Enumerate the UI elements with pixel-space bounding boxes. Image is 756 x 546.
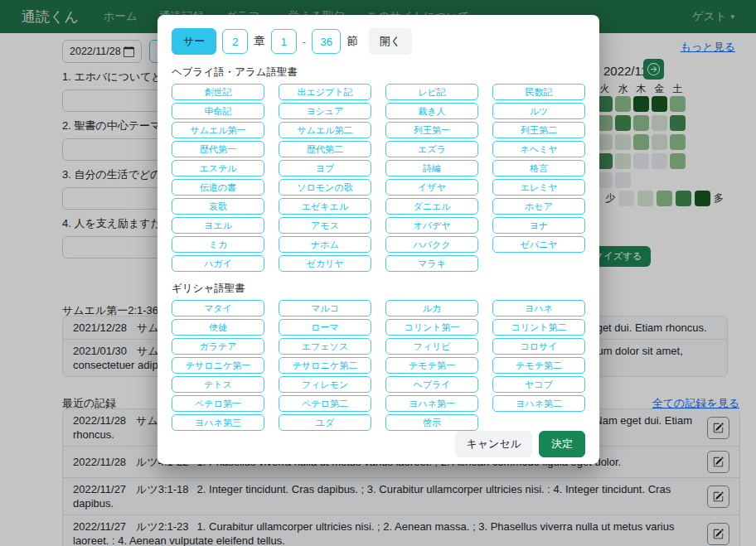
verse-unit-label: 節 <box>346 34 358 49</box>
book-button[interactable]: マルコ <box>279 300 371 316</box>
book-picker-modal: サー 章 - 節 開く ヘブライ語・アラム語聖書 創世記出エジプト記レビ記民数記… <box>158 15 599 464</box>
book-button[interactable]: エズラ <box>385 141 478 157</box>
book-button[interactable]: アモス <box>279 217 371 234</box>
book-button[interactable]: ヤコブ <box>492 376 585 393</box>
verse-from-input[interactable] <box>271 29 297 54</box>
book-button[interactable]: イザヤ <box>385 179 478 196</box>
book-button[interactable]: 格言 <box>492 160 585 176</box>
book-button[interactable]: 歴代第一 <box>172 141 264 157</box>
book-button[interactable]: 哀歌 <box>172 198 264 215</box>
book-button[interactable]: ホセア <box>492 198 585 215</box>
book-button[interactable]: ヨハネ <box>492 300 585 316</box>
book-button[interactable]: マラキ <box>385 255 478 272</box>
hebrew-section-title: ヘブライ語・アラム語聖書 <box>172 65 585 80</box>
range-dash: - <box>303 36 306 48</box>
book-button[interactable]: フィレモン <box>279 376 371 393</box>
book-button[interactable]: ガラテア <box>172 338 264 355</box>
book-button[interactable]: ヨナ <box>492 217 585 234</box>
book-button[interactable]: ヨブ <box>279 160 371 176</box>
book-button[interactable]: ハガイ <box>172 255 264 272</box>
book-button[interactable]: テモテ第二 <box>492 357 585 374</box>
book-button[interactable]: ヨシュア <box>279 103 371 119</box>
book-button[interactable]: ゼパニヤ <box>492 236 585 253</box>
confirm-button[interactable]: 決定 <box>539 431 585 457</box>
book-button[interactable]: ナホム <box>279 236 371 253</box>
book-button[interactable]: エフェソス <box>279 338 371 355</box>
book-button[interactable]: レビ記 <box>385 84 478 100</box>
book-button[interactable]: 伝道の書 <box>172 179 264 196</box>
book-button[interactable]: ペテロ第二 <box>279 395 371 412</box>
book-button[interactable]: テサロニケ第二 <box>279 357 371 374</box>
book-button[interactable]: エゼキエル <box>279 198 371 215</box>
selected-book-button[interactable]: サー <box>172 28 216 55</box>
modal-footer: キャンセル 決定 <box>172 431 585 457</box>
book-button[interactable]: ルカ <box>385 300 478 316</box>
book-button[interactable]: テサロニケ第一 <box>172 357 264 374</box>
book-button[interactable]: ヨエル <box>172 217 264 234</box>
book-button[interactable]: コリント第二 <box>492 319 585 336</box>
book-button[interactable]: ヨハネ第二 <box>492 395 585 412</box>
book-button[interactable]: 申命記 <box>172 103 264 119</box>
book-button[interactable]: サムエル第一 <box>172 122 264 138</box>
book-button[interactable]: 裁き人 <box>385 103 478 119</box>
book-button[interactable]: 出エジプト記 <box>279 84 371 100</box>
book-button[interactable]: ヘブライ <box>385 376 478 393</box>
book-button[interactable]: サムエル第二 <box>279 122 371 138</box>
book-button[interactable]: フィリピ <box>385 338 478 355</box>
book-button[interactable]: 創世記 <box>172 84 264 100</box>
book-button[interactable]: ゼカリヤ <box>279 255 371 272</box>
book-button[interactable]: ミカ <box>172 236 264 253</box>
book-button[interactable]: ソロモンの歌 <box>279 179 371 196</box>
book-button[interactable]: エレミヤ <box>492 179 585 196</box>
book-button[interactable]: 列王第二 <box>492 122 585 138</box>
book-button[interactable]: テトス <box>172 376 264 393</box>
book-button[interactable]: 歴代第二 <box>279 141 371 157</box>
book-button[interactable]: コロサイ <box>492 338 585 355</box>
book-button[interactable]: 列王第一 <box>385 122 478 138</box>
book-button[interactable]: テモテ第一 <box>385 357 478 374</box>
book-button[interactable]: ヨハネ第三 <box>172 414 264 431</box>
book-button[interactable]: ローマ <box>279 319 371 336</box>
book-button[interactable]: エステル <box>172 160 264 176</box>
book-button[interactable]: 啓示 <box>385 414 478 431</box>
book-button[interactable]: 民数記 <box>492 84 585 100</box>
cancel-button[interactable]: キャンセル <box>455 431 532 457</box>
book-button[interactable]: ハバクク <box>385 236 478 253</box>
open-button[interactable]: 開く <box>369 28 412 55</box>
chapter-input[interactable] <box>222 29 248 54</box>
book-button[interactable]: マタイ <box>172 300 264 316</box>
book-button[interactable]: コリント第一 <box>385 319 478 336</box>
book-button[interactable]: ヨハネ第一 <box>385 395 478 412</box>
book-button[interactable]: ダニエル <box>385 198 478 215</box>
greek-book-grid: マタイマルコルカヨハネ使徒ローマコリント第一コリント第二ガラテアエフェソスフィリ… <box>172 300 585 431</box>
book-button[interactable]: ルツ <box>492 103 585 119</box>
hebrew-book-grid: 創世記出エジプト記レビ記民数記申命記ヨシュア裁き人ルツサムエル第一サムエル第二列… <box>172 84 585 272</box>
book-button[interactable]: オバデヤ <box>385 217 478 234</box>
verse-to-input[interactable] <box>312 29 341 54</box>
book-button[interactable]: ユダ <box>279 414 371 431</box>
book-button[interactable]: 詩編 <box>385 160 478 176</box>
modal-header: サー 章 - 節 開く <box>172 28 585 55</box>
chapter-unit-label: 章 <box>254 34 265 49</box>
book-button[interactable]: ネヘミヤ <box>492 141 585 157</box>
greek-section-title: ギリシャ語聖書 <box>172 282 585 296</box>
book-button[interactable]: 使徒 <box>172 319 264 336</box>
book-button[interactable]: ペテロ第一 <box>172 395 264 412</box>
